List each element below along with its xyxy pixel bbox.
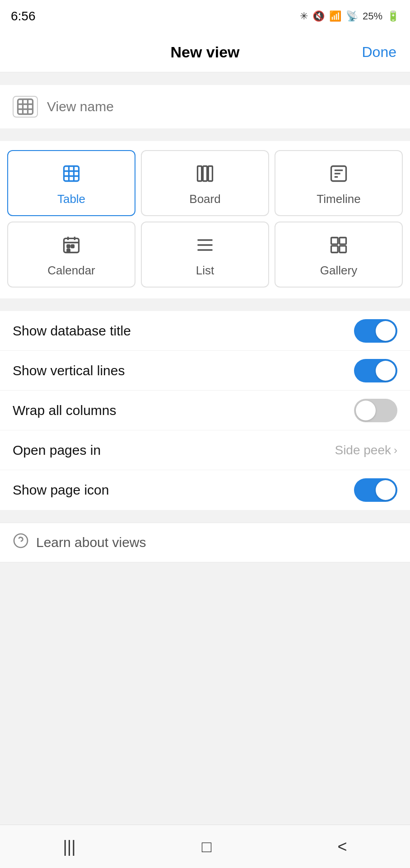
toggle-knob-show-page-icon bbox=[376, 480, 396, 500]
view-type-gallery[interactable]: Gallery bbox=[275, 222, 403, 288]
bluetooth-icon: ✳ bbox=[300, 10, 308, 22]
svg-rect-21 bbox=[67, 245, 70, 248]
list-icon bbox=[195, 235, 215, 258]
svg-rect-5 bbox=[64, 166, 79, 181]
top-spacer bbox=[0, 72, 410, 85]
setting-label-show-database-title: Show database title bbox=[13, 323, 131, 339]
view-types-section: Table Board Tim bbox=[0, 141, 410, 298]
svg-rect-22 bbox=[71, 245, 74, 248]
svg-rect-28 bbox=[340, 238, 346, 245]
setting-show-database-title: Show database title bbox=[0, 311, 410, 351]
mid-spacer bbox=[0, 128, 410, 141]
svg-rect-27 bbox=[331, 238, 338, 245]
view-type-calendar[interactable]: Calendar bbox=[7, 222, 135, 288]
toggle-knob-show-database-title bbox=[376, 321, 396, 341]
svg-rect-29 bbox=[331, 246, 338, 253]
svg-rect-10 bbox=[198, 166, 202, 181]
svg-rect-30 bbox=[340, 246, 346, 253]
view-type-timeline[interactable]: Timeline bbox=[275, 150, 403, 216]
svg-point-31 bbox=[14, 534, 28, 547]
setting-open-pages-in[interactable]: Open pages in Side peek › bbox=[0, 430, 410, 470]
view-type-table-label: Table bbox=[57, 192, 85, 206]
setting-label-show-vertical-lines: Show vertical lines bbox=[13, 363, 125, 378]
setting-show-vertical-lines: Show vertical lines bbox=[0, 351, 410, 391]
gallery-icon bbox=[329, 235, 349, 258]
status-icons: ✳ 🔇 📶 📡 25% 🔋 bbox=[300, 10, 399, 22]
view-type-timeline-label: Timeline bbox=[317, 192, 360, 206]
view-type-board[interactable]: Board bbox=[141, 150, 269, 216]
signal-icon: 📡 bbox=[346, 10, 358, 22]
setting-show-page-icon: Show page icon bbox=[0, 470, 410, 510]
done-button[interactable]: Done bbox=[362, 44, 397, 61]
chevron-right-icon: › bbox=[394, 444, 397, 457]
view-type-gallery-label: Gallery bbox=[320, 264, 357, 278]
svg-rect-0 bbox=[18, 99, 33, 114]
status-bar: 6:56 ✳ 🔇 📶 📡 25% 🔋 bbox=[0, 0, 410, 33]
battery-text: 25% bbox=[363, 10, 382, 22]
help-circle-icon bbox=[13, 533, 29, 553]
table-icon bbox=[61, 164, 81, 187]
mute-icon: 🔇 bbox=[312, 10, 325, 22]
view-name-icon-box bbox=[13, 96, 38, 118]
wifi-icon: 📶 bbox=[329, 10, 341, 22]
toggle-knob-show-vertical-lines bbox=[376, 361, 396, 381]
toggle-knob-wrap-all-columns bbox=[356, 401, 376, 420]
view-type-table[interactable]: Table bbox=[7, 150, 135, 216]
view-type-list[interactable]: List bbox=[141, 222, 269, 288]
view-types-grid: Table Board Tim bbox=[7, 150, 403, 288]
calendar-icon bbox=[61, 235, 81, 258]
setting-wrap-all-columns: Wrap all columns bbox=[0, 391, 410, 430]
learn-section[interactable]: Learn about views bbox=[0, 523, 410, 562]
recent-button[interactable]: ||| bbox=[49, 832, 90, 862]
learn-label: Learn about views bbox=[36, 535, 146, 550]
svg-rect-11 bbox=[203, 166, 207, 181]
view-type-list-label: List bbox=[196, 264, 214, 278]
setting-label-wrap-all-columns: Wrap all columns bbox=[13, 403, 116, 418]
toggle-show-page-icon[interactable] bbox=[354, 478, 397, 502]
svg-rect-23 bbox=[67, 249, 70, 252]
view-type-calendar-label: Calendar bbox=[47, 264, 95, 278]
view-type-board-label: Board bbox=[189, 192, 220, 206]
toggle-show-vertical-lines[interactable] bbox=[354, 359, 397, 382]
toggle-wrap-all-columns[interactable] bbox=[354, 399, 397, 422]
page-title: New view bbox=[170, 43, 239, 61]
battery-icon: 🔋 bbox=[387, 10, 399, 22]
view-name-input[interactable] bbox=[47, 99, 397, 114]
board-icon bbox=[195, 164, 215, 187]
status-time: 6:56 bbox=[11, 9, 36, 24]
setting-value-open-pages-in: Side peek › bbox=[335, 443, 397, 458]
timeline-icon bbox=[329, 164, 349, 187]
top-nav: New view Done bbox=[0, 33, 410, 72]
toggle-show-database-title[interactable] bbox=[354, 319, 397, 343]
back-button[interactable]: < bbox=[323, 832, 361, 862]
nav-bar: ||| □ < bbox=[0, 825, 410, 868]
settings-section: Show database title Show vertical lines … bbox=[0, 311, 410, 510]
view-name-area bbox=[0, 85, 410, 128]
home-button[interactable]: □ bbox=[187, 832, 226, 862]
svg-rect-12 bbox=[208, 166, 212, 181]
bottom-spacer bbox=[0, 562, 410, 825]
setting-label-show-page-icon: Show page icon bbox=[13, 482, 109, 498]
setting-label-open-pages-in: Open pages in bbox=[13, 443, 101, 458]
